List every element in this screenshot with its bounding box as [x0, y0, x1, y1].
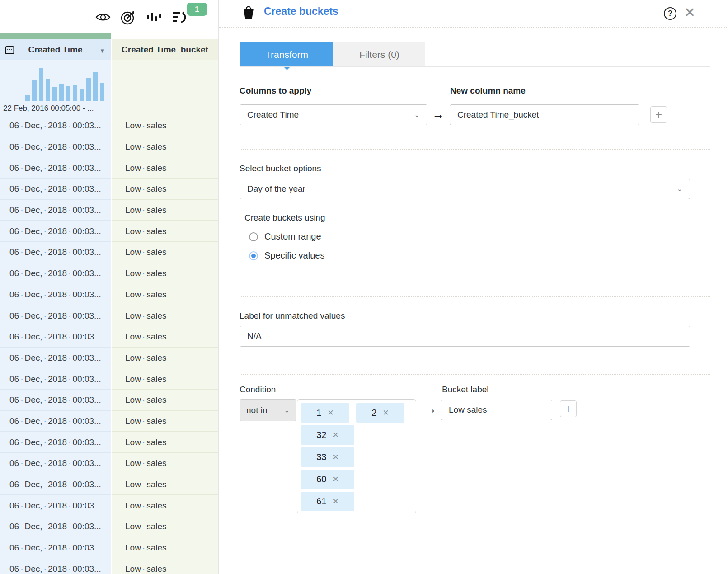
applied-steps-badge[interactable]: 1 [187, 3, 207, 16]
created-time-cell[interactable]: 06·Dec,·2018·00:03... [0, 390, 111, 411]
bucket-cell[interactable]: Low·sales [112, 179, 218, 200]
bucket-cell[interactable]: Low·sales [112, 474, 218, 495]
whitespace-dot: · [44, 311, 47, 321]
add-column-button[interactable]: + [650, 106, 667, 123]
created-time-cell[interactable]: 06·Dec,·2018·00:03... [0, 558, 111, 574]
whitespace-dot: · [68, 416, 71, 426]
remove-chip-icon[interactable]: ✕ [333, 452, 339, 462]
column-menu-caret-icon[interactable]: ▼ [99, 47, 105, 54]
tab-filters[interactable]: Filters (0) [333, 42, 425, 66]
created-time-cell[interactable]: 06·Dec,·2018·00:03... [0, 115, 111, 136]
created-time-cell[interactable]: 06·Dec,·2018·00:03... [0, 157, 111, 179]
unmatched-values-input[interactable]: N/A [240, 326, 690, 347]
mini-histogram[interactable] [25, 67, 107, 101]
add-condition-button[interactable]: + [560, 400, 577, 417]
bucket-cell[interactable]: Low·sales [112, 368, 218, 390]
created-time-cell[interactable]: 06·Dec,·2018·00:03... [0, 179, 111, 200]
bucket-cell[interactable]: Low·sales [112, 221, 218, 242]
created-time-cell[interactable]: 06·Dec,·2018·00:03... [0, 432, 111, 453]
created-time-cell[interactable]: 06·Dec,·2018·00:03... [0, 348, 111, 369]
remove-chip-icon[interactable]: ✕ [327, 408, 333, 418]
new-column-name-input[interactable]: Created Time_bucket [450, 104, 639, 125]
column-header-created-time-bucket[interactable]: Created Time_bucket [112, 39, 218, 60]
created-time-cell[interactable]: 06·Dec,·2018·00:03... [0, 453, 111, 474]
condition-values-box[interactable]: 1✕2✕32✕33✕60✕61✕ [297, 399, 416, 513]
created-time-cell[interactable]: 06·Dec,·2018·00:03... [0, 242, 111, 263]
condition-value-chip[interactable]: 33✕ [301, 447, 354, 467]
bucket-cell[interactable]: Low·sales [112, 136, 218, 158]
created-time-cell[interactable]: 06·Dec,·2018·00:03... [0, 263, 111, 284]
chip-row: 1✕2✕ [301, 403, 412, 423]
preview-eye-icon[interactable] [94, 9, 112, 25]
tab-transform[interactable]: Transform [240, 42, 333, 66]
bucket-cell[interactable]: Low·sales [112, 411, 218, 432]
created-time-cell[interactable]: 06·Dec,·2018·00:03... [0, 516, 111, 537]
condition-operator-select[interactable]: not in ⌄ [240, 399, 296, 421]
created-time-histogram-cell[interactable]: 22 Feb, 2016 00:05:00 - ... [0, 60, 111, 115]
tabs-underline [240, 66, 710, 67]
created-time-cell[interactable]: 06·Dec,·2018·00:03... [0, 368, 111, 390]
radio-custom-range[interactable]: Custom range [249, 231, 321, 242]
chip-value: 60 [316, 474, 326, 485]
created-time-cell[interactable]: 06·Dec,·2018·00:03... [0, 200, 111, 221]
condition-value-chip[interactable]: 60✕ [301, 470, 354, 489]
histogram-icon[interactable] [145, 9, 162, 25]
remove-chip-icon[interactable]: ✕ [333, 497, 339, 506]
data-table-panel: 1 Created Time ▼ Created Time_bucket [0, 0, 218, 574]
created-time-cell[interactable]: 06·Dec,·2018·00:03... [0, 221, 111, 242]
bucket-cell[interactable]: Low·sales [112, 537, 218, 559]
remove-chip-icon[interactable]: ✕ [333, 475, 339, 484]
whitespace-dot: · [20, 121, 23, 131]
condition-value-chip[interactable]: 1✕ [301, 403, 349, 423]
created-time-cell[interactable]: 06·Dec,·2018·00:03... [0, 411, 111, 432]
chip-row: 32✕ [301, 425, 412, 445]
chip-row: 60✕ [301, 470, 412, 489]
bucket-cell[interactable]: Low·sales [112, 432, 218, 453]
bucket-cell[interactable]: Low·sales [112, 326, 218, 348]
help-icon[interactable]: ? [664, 7, 676, 20]
created-time-cell[interactable]: 06·Dec,·2018·00:03... [0, 284, 111, 306]
whitespace-dot: · [20, 163, 23, 173]
bucket-cell[interactable]: Low·sales [112, 157, 218, 179]
bucket-label-input[interactable]: Low sales [441, 400, 552, 420]
bucket-cell[interactable]: Low·sales [112, 390, 218, 411]
target-icon[interactable] [120, 9, 137, 25]
bucket-cell[interactable]: Low·sales [112, 115, 218, 136]
bucket-cell[interactable]: Low·sales [112, 242, 218, 263]
condition-value-chip[interactable]: 61✕ [301, 492, 354, 511]
whitespace-dot: · [142, 163, 145, 173]
remove-chip-icon[interactable]: ✕ [333, 430, 339, 440]
created-time-cell[interactable]: 06·Dec,·2018·00:03... [0, 136, 111, 158]
remove-chip-icon[interactable]: ✕ [382, 408, 389, 418]
condition-value-chip[interactable]: 32✕ [301, 425, 354, 445]
table-row: 06·Dec,·2018·00:03...Low·sales [0, 537, 218, 559]
whitespace-dot: · [142, 501, 145, 511]
close-icon[interactable]: ✕ [684, 5, 695, 20]
radio-specific-values[interactable]: Specific values [249, 250, 324, 261]
bucket-cell[interactable]: Low·sales [112, 453, 218, 474]
whitespace-dot: · [68, 247, 71, 257]
bucket-cell[interactable]: Low·sales [112, 495, 218, 516]
bucket-cell[interactable]: Low·sales [112, 348, 218, 369]
whitespace-dot: · [142, 205, 145, 215]
bucket-cell[interactable]: Low·sales [112, 284, 218, 306]
whitespace-dot: · [44, 501, 47, 511]
bucket-options-select[interactable]: Day of the year ⌄ [240, 179, 690, 199]
columns-to-apply-select[interactable]: Created Time ⌄ [240, 104, 427, 125]
created-time-cell[interactable]: 06·Dec,·2018·00:03... [0, 474, 111, 495]
bucket-cell[interactable]: Low·sales [112, 200, 218, 221]
bucket-cell[interactable]: Low·sales [112, 305, 218, 326]
column-header-created-time[interactable]: Created Time ▼ [0, 39, 111, 60]
created-time-cell[interactable]: 06·Dec,·2018·00:03... [0, 495, 111, 516]
condition-value-chip[interactable]: 2✕ [356, 403, 404, 423]
created-time-cell[interactable]: 06·Dec,·2018·00:03... [0, 326, 111, 348]
whitespace-dot: · [68, 374, 71, 384]
whitespace-dot: · [44, 416, 47, 426]
bucket-cell[interactable]: Low·sales [112, 516, 218, 537]
created-time-cell[interactable]: 06·Dec,·2018·00:03... [0, 305, 111, 326]
bucket-cell[interactable]: Low·sales [112, 263, 218, 284]
bucket-cell[interactable]: Low·sales [112, 558, 218, 574]
dialog-title: Create buckets [264, 5, 338, 18]
bucket-label-label: Bucket label [442, 385, 489, 395]
created-time-cell[interactable]: 06·Dec,·2018·00:03... [0, 537, 111, 559]
